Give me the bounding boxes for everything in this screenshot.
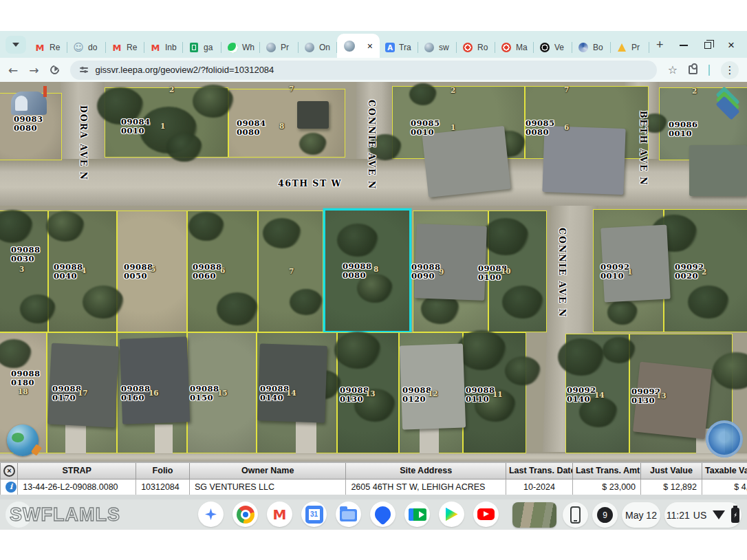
dotblack-tab-icon [539, 42, 550, 53]
col-trans-amt: Last Trans. Amt [572, 463, 640, 479]
toolbar-divider [708, 65, 710, 76]
tab-11[interactable]: Ro [457, 37, 495, 58]
street-45th-st [0, 452, 747, 462]
lot-number: 2 [702, 268, 706, 276]
reload-button[interactable] [48, 63, 61, 76]
table-row: i 13-44-26-L2-09088.0080 10312084 SG VEN… [1, 479, 747, 495]
tab-7[interactable]: On [299, 37, 337, 58]
address-bar[interactable]: gissvr.leepa.org/geoview2/?folioid=10312… [70, 61, 657, 80]
parcel-id-label: 09085 0010 [411, 119, 440, 137]
close-tab-button[interactable]: × [367, 41, 373, 51]
lot-number: 8 [374, 265, 378, 273]
phone-hub-button[interactable] [563, 502, 588, 528]
attribute-table: × STRAP Folio Owner Name Site Address La… [0, 462, 747, 495]
col-taxable-value: Taxable Value [702, 463, 747, 479]
tree-canopy [457, 330, 506, 370]
calendar-app-button[interactable]: 31 [301, 502, 327, 527]
tab-13[interactable]: Ve [534, 37, 572, 58]
col-site: Site Address [346, 463, 506, 479]
tab-10[interactable]: sw [418, 37, 457, 58]
new-tab-button[interactable]: + [656, 38, 664, 52]
tab-6[interactable]: Pr [260, 37, 299, 58]
lot-number: 8 [279, 122, 284, 130]
restore-button[interactable] [704, 42, 711, 49]
house-roof [689, 145, 747, 196]
info-icon[interactable]: i [6, 482, 17, 493]
forward-button[interactable]: → [29, 63, 39, 77]
wifi-icon [713, 510, 725, 519]
tab-3[interactable]: MInb [144, 37, 183, 58]
street-name-label: CONNIE AVE N [367, 100, 377, 190]
parcel-id-label: 09084 0080 [237, 119, 266, 137]
tab-0[interactable]: MRe [29, 37, 67, 58]
lot-number: 3 [19, 265, 24, 273]
back-button[interactable]: ← [8, 63, 18, 77]
layers-icon[interactable] [714, 87, 741, 115]
col-trans-date: Last Trans. Date [506, 463, 572, 479]
gmail-tab-icon: M [111, 42, 122, 53]
tab-14[interactable]: Bo [572, 37, 611, 58]
chrome-icon [237, 506, 255, 524]
files-app-button[interactable] [336, 502, 361, 527]
site-info-icon[interactable] [80, 67, 88, 72]
tab-2[interactable]: MRe [106, 37, 144, 58]
messages-icon [371, 503, 394, 526]
tab-4[interactable]: ga [183, 37, 221, 58]
tab-active[interactable]: × [337, 34, 380, 58]
tab-label: Wh [242, 43, 255, 52]
parcel-id-label: 09088 0030 [11, 246, 41, 263]
cell-trans-amt: $ 23,000 [572, 479, 640, 495]
globe-clipart-icon[interactable] [7, 424, 39, 456]
gis-map[interactable]: 09083 008009084 0010109084 0080809085 00… [0, 82, 747, 462]
tab-label: ga [204, 43, 213, 52]
tab-15[interactable]: Pr [611, 37, 649, 58]
globe-tab-icon [424, 42, 435, 53]
tab-1[interactable]: ☺do [67, 37, 106, 58]
lot-number: 12 [428, 389, 438, 398]
cell-folio: 10312084 [136, 479, 190, 495]
date-pill[interactable]: May 12 [622, 502, 660, 528]
tab-9[interactable]: ATra [380, 37, 418, 58]
cell-just-value: $ 12,892 [641, 479, 702, 495]
tab-label: Pr [281, 43, 289, 52]
tab-12[interactable]: Ma [495, 37, 534, 58]
tree-canopy [217, 292, 258, 325]
chrome-app-button[interactable] [232, 502, 258, 527]
globe2-tab-icon [344, 41, 355, 52]
taskbar: SWFLAMLS M31 9 May 12 11:21 US [0, 499, 747, 530]
youtube-app-button[interactable] [473, 502, 499, 527]
tree-canopy [188, 212, 224, 241]
extensions-icon[interactable] [689, 65, 697, 74]
parcel-id-label: 09088 0080 [343, 262, 372, 280]
close-table-button[interactable]: × [3, 465, 15, 477]
minimize-button[interactable] [680, 45, 688, 46]
browser-menu-button[interactable]: ⋮ [721, 61, 739, 79]
bookmark-star-icon[interactable]: ☆ [668, 63, 678, 76]
wa-tab-icon [227, 42, 238, 53]
tab-label: Ma [516, 43, 528, 52]
lot-number: 14 [594, 391, 605, 399]
parcel-id-label: 09092 0140 [567, 386, 596, 404]
mailbox-3d-icon [8, 86, 51, 122]
parcel-id-label: 09088 0150 [190, 385, 219, 402]
status-tray[interactable]: 11:21 US [664, 502, 741, 528]
parcel-id-label: 09088 0180 [11, 369, 41, 387]
close-window-button[interactable]: × [728, 39, 735, 51]
assistant-app-button[interactable] [198, 502, 224, 527]
messages-app-button[interactable] [370, 502, 396, 527]
tab-5[interactable]: Wh [221, 37, 260, 58]
tab-label: Pr [631, 43, 640, 52]
gmail-app-button[interactable]: M [267, 502, 292, 527]
cell-owner: SG VENTURES LLC [189, 479, 345, 495]
street-name-label: BETH AVE N [638, 111, 649, 186]
parcel-id-label: 09092 0020 [675, 263, 704, 281]
notification-counter[interactable]: 9 [592, 502, 618, 528]
county-seal-watermark [706, 420, 743, 457]
lot-number: 18 [18, 387, 28, 396]
play-store-app-button[interactable] [439, 502, 464, 527]
tab-strip: MRe☺doMReMInbgaWhPrOn×ATraswRoMaVeBoPr +… [0, 31, 747, 58]
meet-app-button[interactable] [404, 502, 430, 527]
house-roof [542, 126, 625, 195]
screenshot-thumbnail[interactable] [512, 502, 556, 528]
tab-search-button[interactable] [6, 36, 26, 54]
